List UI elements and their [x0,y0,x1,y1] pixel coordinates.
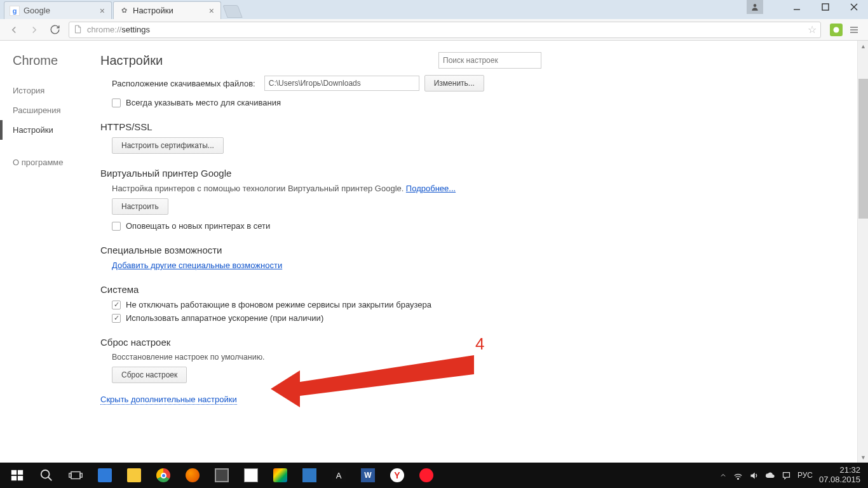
background-apps-label: Не отключать работающие в фоновом режиме… [126,300,431,309]
close-window-button[interactable] [839,0,868,14]
manage-certificates-button[interactable]: Настроить сертификаты... [112,137,224,154]
ask-location-label: Всегда указывать место для скачивания [126,98,281,107]
svg-point-14 [41,470,50,478]
search-settings-input[interactable] [438,52,541,69]
scrollbar-thumb[interactable] [858,79,868,219]
window-controls [747,0,868,14]
a11y-heading: Специальные возможности [100,245,853,255]
tab-settings[interactable]: ✿ Настройки × [113,1,221,19]
system-tray: РУС 21:32 07.08.2015 [719,466,865,485]
taskbar-explorer-icon[interactable] [119,463,149,488]
tray-date: 07.08.2015 [819,475,860,485]
tray-onedrive-icon[interactable] [765,471,775,479]
sidebar-item-settings[interactable]: Настройки [0,120,100,140]
taskbar-notepad-icon[interactable] [236,463,266,488]
tab-label: Google [24,6,50,15]
tray-clock[interactable]: 21:32 07.08.2015 [819,466,860,485]
minimize-button[interactable] [782,0,811,14]
hardware-accel-label: Использовать аппаратное ускорение (при н… [126,313,323,323]
scroll-up-icon[interactable]: ▲ [858,41,868,51]
close-tab-icon[interactable]: × [209,6,214,15]
taskbar-app-icon[interactable]: A [324,463,353,488]
page-icon [73,25,83,35]
taskbar-opera-icon[interactable] [412,463,441,488]
svg-rect-12 [11,476,17,480]
svg-rect-11 [18,470,23,475]
google-favicon-icon: g [10,6,20,16]
svg-point-19 [737,478,738,479]
svg-rect-13 [18,476,23,480]
search-button[interactable] [32,463,61,488]
close-tab-icon[interactable]: × [100,6,105,15]
tray-action-center-icon[interactable] [782,471,791,480]
svg-rect-17 [69,473,71,477]
sidebar-item-history[interactable]: История [13,81,100,100]
settings-main: Настройки Расположение скачиваемых файло… [100,41,868,463]
sidebar-brand: Chrome [13,53,100,68]
profile-icon[interactable] [747,0,763,14]
system-heading: Система [100,284,853,295]
taskbar-word-icon[interactable]: W [353,463,383,488]
tray-network-icon[interactable] [733,471,743,480]
settings-sidebar: Chrome История Расширения Настройки О пр… [0,41,100,463]
sidebar-item-about[interactable]: О программе [13,152,100,172]
maximize-button[interactable] [811,0,839,14]
svg-rect-16 [71,472,80,479]
page-title: Настройки [100,53,163,68]
new-tab-button[interactable] [222,5,242,18]
add-a11y-link[interactable]: Добавить другие специальные возможности [112,261,282,270]
tray-volume-icon[interactable] [749,471,759,480]
reload-button[interactable] [46,21,64,39]
cloudprint-heading: Виртуальный принтер Google [100,168,853,179]
omnibox[interactable]: chrome://settings ☆ [69,22,821,38]
extension-icon[interactable] [830,24,843,36]
background-apps-checkbox[interactable] [112,301,121,309]
reset-desc: Восстановление настроек по умолчанию. [112,353,853,362]
bookmark-star-icon[interactable]: ☆ [808,24,817,36]
taskbar: A W Y РУС 21:32 07.08.2015 [0,463,868,488]
cloudprint-configure-button[interactable]: Настроить [112,198,168,215]
svg-point-5 [834,27,839,32]
svg-rect-18 [80,473,82,477]
taskview-button[interactable] [61,463,90,488]
vertical-scrollbar[interactable]: ▲ ▼ [857,41,868,463]
hide-advanced-link[interactable]: Скрыть дополнительные настройки [100,395,237,405]
cloudprint-more-link[interactable]: Подробнее... [406,184,456,193]
hardware-accel-checkbox[interactable] [112,314,121,323]
gear-icon: ✿ [119,6,129,16]
taskbar-paint-icon[interactable] [266,463,295,488]
tray-chevron-icon[interactable] [719,471,727,479]
svg-point-0 [754,4,757,7]
tabstrip: g Google × ✿ Настройки × [0,0,868,19]
annotation-arrow-icon [271,354,480,426]
tray-time: 21:32 [819,466,860,475]
sidebar-item-extensions[interactable]: Расширения [13,100,100,120]
taskbar-chrome-icon[interactable] [149,463,178,488]
svg-rect-10 [11,470,17,475]
reset-settings-button[interactable]: Сброс настроек [112,367,187,383]
downloads-label: Расположение скачиваемых файлов: [112,79,255,88]
taskbar-calculator-icon[interactable] [207,463,236,488]
svg-rect-2 [822,4,829,10]
change-download-button[interactable]: Изменить... [424,75,484,92]
back-button[interactable] [5,21,23,39]
taskbar-edge-icon[interactable] [90,463,119,488]
notify-printers-checkbox[interactable] [112,222,121,231]
tab-google[interactable]: g Google × [4,1,112,19]
svg-line-15 [48,477,52,481]
taskbar-firefox-icon[interactable] [178,463,207,488]
url-text: chrome://settings [87,25,805,34]
taskbar-yandex-icon[interactable]: Y [383,463,412,488]
forward-button[interactable] [25,21,43,39]
download-path-field[interactable] [264,76,419,91]
notify-printers-label: Оповещать о новых принтерах в сети [126,221,270,231]
ask-location-checkbox[interactable] [112,98,121,107]
start-button[interactable] [3,463,32,488]
reset-heading: Сброс настроек [100,337,853,348]
chrome-menu-button[interactable] [845,21,863,39]
tray-language[interactable]: РУС [797,471,813,480]
taskbar-app-icon[interactable] [295,463,324,488]
toolbar: chrome://settings ☆ [0,19,868,41]
https-heading: HTTPS/SSL [100,121,853,132]
scroll-down-icon[interactable]: ▼ [858,452,868,463]
